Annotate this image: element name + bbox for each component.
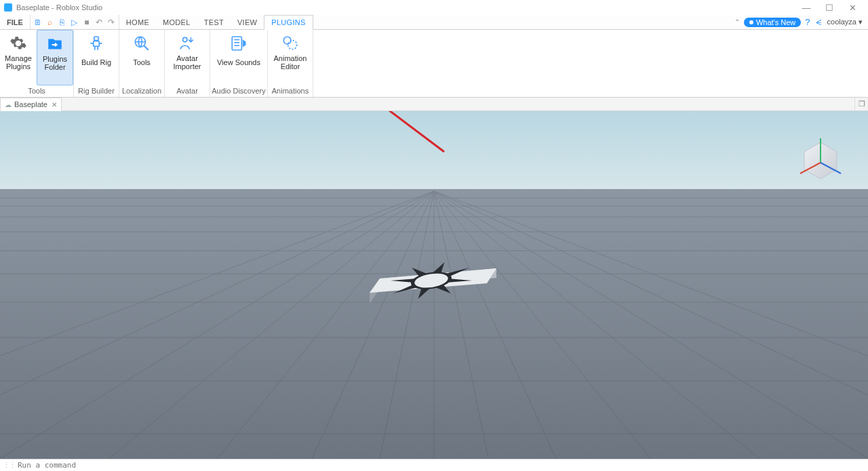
animation-editor-label: Animation Editor <box>268 54 313 70</box>
ribbon-group-tools: Manage Plugins Plugins Folder Tools <box>0 30 74 97</box>
ribbon-tabs: HOME MODEL TEST VIEW PLUGINS <box>119 15 313 29</box>
tab-model[interactable]: MODEL <box>156 15 197 29</box>
ribbon-group-rigbuilder: Build Rig Rig Builder <box>74 30 119 97</box>
doc-tab-baseplate[interactable]: ☁ Baseplate ✕ <box>0 98 62 111</box>
drag-handle-icon[interactable]: ⋮⋮ <box>3 461 15 470</box>
view-sounds-label: View Sounds <box>217 54 260 70</box>
avatar-importer-button[interactable]: Avatar Importer <box>165 30 210 85</box>
ribbon-group-localization: Tools Localization <box>119 30 165 97</box>
stop-icon[interactable]: ■ <box>82 18 92 27</box>
ribbon: Manage Plugins Plugins Folder Tools Buil… <box>0 30 868 98</box>
sound-list-icon <box>229 34 248 53</box>
tab-test[interactable]: TEST <box>197 15 231 29</box>
svg-rect-1 <box>94 41 100 47</box>
clone-icon[interactable]: ⎘ <box>58 18 67 27</box>
ribbon-group-animations: Animation Editor Animations <box>268 30 313 97</box>
window-title: Baseplate - Roblox Studio <box>16 3 102 12</box>
ribbon-group-rigbuilder-label: Rig Builder <box>74 85 119 97</box>
binoculars-icon[interactable]: ⌕ <box>45 18 55 27</box>
redo-icon[interactable]: ↷ <box>106 18 116 27</box>
folder-arrow-icon <box>45 35 64 54</box>
view-sounds-button[interactable]: View Sounds <box>210 30 267 85</box>
undo-icon[interactable]: ↶ <box>94 18 104 27</box>
new-file-icon[interactable]: 🗎 <box>33 18 43 27</box>
ribbon-group-audio: View Sounds Audio Discovery <box>210 30 268 97</box>
titlebar: Baseplate - Roblox Studio — ☐ ✕ <box>0 0 868 15</box>
help-icon[interactable]: ? <box>805 17 810 27</box>
gear-icon <box>9 34 28 53</box>
svg-point-13 <box>288 41 297 49</box>
ribbon-group-localization-label: Localization <box>119 85 164 97</box>
quick-access-toolbar: 🗎 ⌕ ⎘ ▷ ■ ↶ ↷ <box>31 15 119 29</box>
maximize-button[interactable]: ☐ <box>818 1 841 14</box>
file-menu[interactable]: FILE <box>0 15 31 29</box>
command-input[interactable] <box>18 461 865 470</box>
plugins-folder-button[interactable]: Plugins Folder <box>37 30 73 85</box>
svg-point-7 <box>183 37 188 42</box>
svg-rect-8 <box>232 37 241 50</box>
doc-tab-label: Baseplate <box>14 100 47 108</box>
share-icon[interactable]: ⪪ <box>814 17 823 27</box>
tab-view[interactable]: VIEW <box>231 15 264 29</box>
localization-tools-button[interactable]: Tools <box>119 30 164 85</box>
ribbon-group-audio-label: Audio Discovery <box>210 85 267 97</box>
svg-rect-14 <box>0 111 868 192</box>
svg-point-12 <box>283 37 291 44</box>
whats-new-button[interactable]: What's New <box>744 18 801 27</box>
doc-tab-bar: ☁ Baseplate ✕ ❐ <box>0 98 868 111</box>
cloud-icon: ☁ <box>5 101 12 108</box>
app-logo-icon <box>4 3 12 12</box>
user-menu[interactable]: coolayza ▾ <box>827 18 863 26</box>
command-bar: ⋮⋮ <box>0 459 868 471</box>
play-icon[interactable]: ▷ <box>70 18 79 27</box>
localization-tools-label: Tools <box>133 54 151 70</box>
build-rig-button[interactable]: Build Rig <box>74 30 119 85</box>
minimize-button[interactable]: — <box>795 1 818 14</box>
ribbon-group-animations-label: Animations <box>268 85 313 97</box>
ribbon-group-avatar-label: Avatar <box>165 85 210 97</box>
close-tab-icon[interactable]: ✕ <box>52 101 57 108</box>
tab-plugins[interactable]: PLUGINS <box>264 15 313 30</box>
avatar-import-icon <box>178 34 197 53</box>
ribbon-tab-bar: FILE 🗎 ⌕ ⎘ ▷ ■ ↶ ↷ HOME MODEL TEST VIEW … <box>0 15 868 30</box>
build-rig-label: Build Rig <box>81 54 111 70</box>
animation-icon <box>281 34 300 53</box>
rig-icon <box>87 34 106 53</box>
collapse-ribbon-icon[interactable]: ⌃ <box>734 18 740 26</box>
ribbon-group-avatar: Avatar Importer Avatar <box>165 30 210 97</box>
avatar-importer-label: Avatar Importer <box>165 54 210 70</box>
animation-editor-button[interactable]: Animation Editor <box>268 30 313 85</box>
globe-wrench-icon <box>132 34 151 53</box>
restore-tab-icon[interactable]: ❐ <box>854 98 868 110</box>
manage-plugins-label: Manage Plugins <box>0 54 37 70</box>
viewport-3d[interactable] <box>0 111 868 459</box>
close-button[interactable]: ✕ <box>841 1 864 14</box>
ribbon-group-tools-label: Tools <box>0 85 73 97</box>
manage-plugins-button[interactable]: Manage Plugins <box>0 30 37 85</box>
whats-new-label: What's New <box>756 18 795 26</box>
tab-home[interactable]: HOME <box>119 15 156 29</box>
svg-rect-0 <box>94 37 99 40</box>
plugins-folder-label: Plugins Folder <box>37 55 73 71</box>
